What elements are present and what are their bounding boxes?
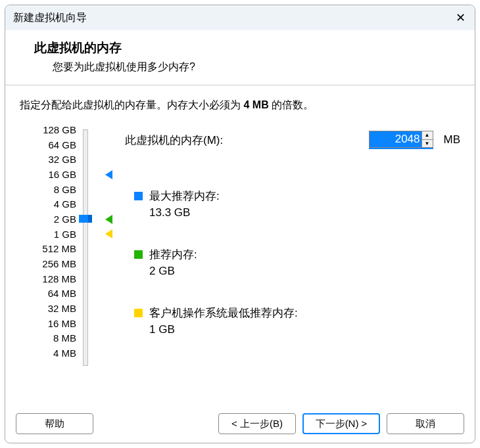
info-rec-label: 推荐内存: [149, 247, 197, 262]
memory-input[interactable]: 2048 [369, 131, 421, 148]
scale-label: 2 GB [30, 213, 76, 225]
scale-label: 1 GB [30, 228, 76, 239]
square-green-icon [134, 250, 143, 259]
wizard-header: 此虚拟机的内存 您要为此虚拟机使用多少内存? [5, 30, 475, 85]
scale-label: 4 GB [30, 198, 76, 210]
scale-label: 512 MB [30, 243, 76, 254]
cancel-button[interactable]: 取消 [387, 413, 464, 434]
scale-label: 32 MB [30, 303, 76, 314]
right-column: 此虚拟机的内存(M): 2048 ▲ ▼ MB 最大推荐内存: [125, 129, 460, 372]
info-min-value: 1 GB [149, 323, 460, 336]
info-rec: 推荐内存: 2 GB [134, 247, 460, 278]
info-max: 最大推荐内存: 13.3 GB [134, 189, 460, 219]
scale-label: 256 MB [30, 258, 76, 269]
scale-label: 16 GB [30, 169, 76, 180]
spinner-up-icon[interactable]: ▲ [422, 131, 433, 140]
square-yellow-icon [134, 309, 143, 317]
memory-unit: MB [444, 133, 461, 146]
info-min-label: 客户机操作系统最低推荐内存: [149, 305, 298, 321]
memory-slider[interactable]: 128 GB 64 GB 32 GB 16 GB 8 GB 4 GB 2 GB … [20, 129, 125, 372]
info-max-label: 最大推荐内存: [149, 189, 220, 204]
description-text: 指定分配给此虚拟机的内存量。内存大小必须为 4 MB 的倍数。 [20, 99, 460, 112]
spinner-buttons[interactable]: ▲ ▼ [421, 131, 433, 148]
memory-input-label: 此虚拟机的内存(M): [125, 133, 223, 148]
wizard-body: 指定分配给此虚拟机的内存量。内存大小必须为 4 MB 的倍数。 128 GB 6… [5, 85, 475, 405]
titlebar: 新建虚拟机向导 ✕ [5, 5, 475, 30]
next-button[interactable]: 下一步(N) > [302, 413, 380, 434]
info-min: 客户机操作系统最低推荐内存: 1 GB [134, 305, 460, 336]
scale-label: 32 GB [30, 154, 76, 165]
marker-min-icon [105, 229, 112, 238]
help-button[interactable]: 帮助 [16, 413, 93, 434]
scale-label: 8 MB [30, 332, 76, 344]
spinner-down-icon[interactable]: ▼ [422, 140, 433, 148]
wizard-dialog: 新建虚拟机向导 ✕ 此虚拟机的内存 您要为此虚拟机使用多少内存? 指定分配给此虚… [5, 5, 475, 443]
marker-rec-icon [105, 215, 112, 224]
close-icon[interactable]: ✕ [452, 11, 468, 25]
scale-label: 16 MB [30, 317, 76, 328]
back-button[interactable]: < 上一步(B) [218, 413, 296, 434]
marker-max-icon [105, 170, 112, 179]
memory-input-row: 此虚拟机的内存(M): 2048 ▲ ▼ MB [125, 131, 460, 149]
info-max-value: 13.3 GB [149, 206, 460, 219]
slider-thumb[interactable] [79, 215, 92, 223]
memory-spinner[interactable]: 2048 ▲ ▼ [369, 131, 433, 149]
wizard-footer: 帮助 < 上一步(B) 下一步(N) > 取消 [5, 405, 475, 443]
scale-label: 64 GB [30, 139, 76, 150]
page-title: 此虚拟机的内存 [34, 39, 462, 56]
square-blue-icon [134, 192, 143, 200]
scale-label: 128 GB [30, 124, 76, 135]
scale-label: 8 GB [30, 183, 76, 194]
scale-label: 4 MB [30, 347, 76, 359]
page-subtitle: 您要为此虚拟机使用多少内存? [53, 60, 462, 74]
info-rec-value: 2 GB [149, 265, 460, 278]
scale-label: 64 MB [30, 288, 76, 299]
window-title: 新建虚拟机向导 [13, 11, 87, 25]
slider-track [83, 129, 88, 366]
scale-label: 128 MB [30, 273, 76, 284]
